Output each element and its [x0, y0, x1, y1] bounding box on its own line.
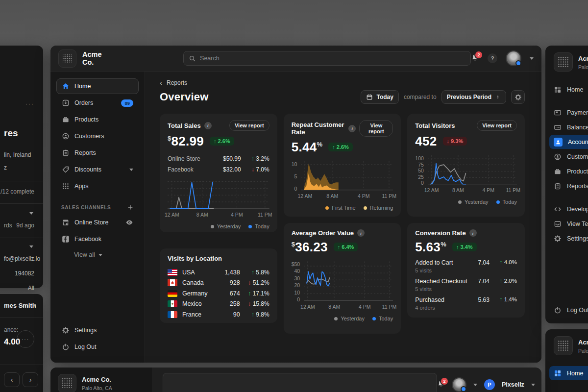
left-background-window: ··· res lin, Ireland z 1/12 complete rds…	[0, 46, 43, 288]
card-title: Visits by Location	[168, 255, 222, 262]
code-icon	[554, 205, 562, 213]
chevron-down-icon[interactable]	[29, 245, 33, 248]
info-icon[interactable]: i	[469, 229, 477, 237]
sales-channels-header: SALES CHANNELS	[61, 204, 134, 211]
chevron-down-icon	[98, 254, 102, 256]
search-input[interactable]: Search	[163, 373, 437, 392]
sidebar-item-home[interactable]: Home	[56, 78, 139, 94]
sidebar-item-reports[interactable]: Reports	[549, 179, 588, 193]
sidebar-item-home[interactable]: Home	[549, 82, 588, 97]
avatar[interactable]	[506, 50, 521, 66]
chevron-down-icon[interactable]	[29, 212, 33, 215]
overflow-menu[interactable]: ···	[25, 100, 34, 107]
sidebar-item-logout[interactable]: Log Out	[56, 339, 139, 355]
progress-label: 1/12 complete	[0, 188, 34, 195]
sidebar-item-balances[interactable]: Balances	[549, 120, 588, 134]
chevron-down-icon[interactable]	[473, 384, 477, 386]
info-icon[interactable]: i	[348, 125, 356, 132]
page-title: res	[4, 128, 18, 139]
notification-badge: 2	[440, 377, 449, 386]
trend-arrow-icon: ↑	[251, 155, 254, 162]
notifications-button[interactable]: 2	[437, 380, 445, 390]
delta-badge: ↓9.3%	[443, 137, 467, 146]
sidebar-item-settings[interactable]: Settings	[549, 231, 588, 245]
sidebar-item-payments[interactable]: Payments	[549, 105, 588, 120]
chevron-down-icon[interactable]	[32, 304, 36, 307]
sidebar-item-home[interactable]: Home	[549, 366, 588, 380]
company-name: Acme Co.	[578, 55, 588, 62]
question-icon: ?	[491, 55, 494, 61]
search-input[interactable]: Search	[183, 51, 471, 66]
divider	[0, 238, 43, 238]
sidebar-item-facebook[interactable]: Facebook	[56, 231, 139, 247]
sidebar-item-logout[interactable]: Log Out	[549, 303, 588, 317]
total-sales-card: Total Sales i View report $82.99 ↑2.6% O…	[160, 114, 277, 232]
chevron-down-icon[interactable]	[530, 57, 534, 60]
card-title: Average Order Value	[292, 229, 354, 237]
delta-badge: ↑3.4%	[452, 243, 477, 251]
funnel-row: Added to Cart5 visits 7.04 ↑ 4.0%	[415, 259, 517, 273]
page-title: Overview	[160, 91, 208, 103]
eye-icon[interactable]	[125, 219, 133, 226]
reports-icon	[62, 149, 70, 157]
company-name: Acme Co.	[82, 50, 114, 66]
person-icon	[554, 138, 563, 147]
trend-arrow-icon: ↑	[500, 259, 503, 265]
email-value: fo@pixsellz.io	[4, 255, 40, 262]
usa-flag-icon	[168, 269, 177, 276]
funnel-row: Reached Checkout5 visits 7.04 ↑ 2.0%	[415, 278, 517, 292]
breadcrumb[interactable]: ‹ Reports	[160, 79, 525, 86]
report-settings-button[interactable]	[511, 90, 525, 104]
sidebar-item-developers[interactable]: Developers	[549, 202, 588, 216]
view-all-link[interactable]: View all	[56, 248, 139, 262]
next-page-button[interactable]: ›	[23, 372, 38, 387]
view-report-button[interactable]: View report	[229, 120, 270, 131]
divider	[0, 203, 43, 204]
sidebar-item-discounts[interactable]: Discounts	[56, 162, 139, 177]
prev-page-button[interactable]: ‹	[4, 372, 20, 387]
sidebar-item-products[interactable]: Products	[549, 164, 588, 178]
help-button[interactable]: ?	[488, 53, 497, 63]
power-icon	[554, 306, 562, 314]
left-background-window-2: mes Smith ance: 4.00 ··· ‹ ›	[0, 294, 43, 392]
cash-icon	[554, 123, 562, 131]
mexico-flag-icon	[168, 300, 177, 307]
location-row: Mexico 258 ↓ 15.8%	[168, 299, 270, 310]
view-report-button[interactable]: View report	[477, 120, 517, 131]
sidebar-item-orders[interactable]: Orders 89	[56, 95, 139, 111]
sidebar-item-settings[interactable]: Settings	[56, 322, 139, 338]
card-title: Total Sales	[168, 122, 201, 129]
sidebar-item-accounts[interactable]: Accounts	[549, 135, 588, 149]
app-logo[interactable]	[58, 49, 76, 68]
info-icon[interactable]: i	[357, 229, 365, 237]
detail-value: 194082	[15, 270, 34, 277]
gear-icon	[62, 326, 70, 334]
sidebar-item-view-test[interactable]: View Test	[549, 217, 588, 231]
sidebar-item-apps[interactable]: Apps	[56, 178, 139, 194]
apps-grid-icon	[62, 182, 70, 190]
gear-icon	[514, 94, 522, 101]
notifications-button[interactable]: 2	[471, 53, 479, 64]
reports-icon	[554, 182, 562, 190]
info-icon[interactable]: i	[204, 122, 212, 129]
avatar[interactable]	[452, 377, 466, 392]
sidebar-item-reports[interactable]: Reports	[56, 145, 139, 161]
more-actions-button[interactable]: ···	[17, 330, 34, 348]
view-report-button[interactable]: View report	[359, 120, 393, 137]
metric-value: 452	[415, 135, 437, 147]
sidebar: Home Orders 89 Products Customers Report…	[50, 72, 145, 363]
sidebar-item-customers[interactable]: Customers	[549, 149, 588, 164]
sidebar-item-products[interactable]: Products	[56, 112, 139, 127]
storefront-icon	[62, 219, 70, 226]
average-order-value-card: Average Order Value i $36.23 ↑6.4% $5040…	[284, 223, 401, 334]
chart-legend: Yesterday Today	[415, 199, 517, 205]
right-background-window-2: Acme Co.Palo Alto, CA Home	[545, 329, 588, 392]
trend-arrow-icon: ↑	[500, 278, 503, 284]
date-range-button[interactable]: Today	[361, 90, 398, 104]
chevron-down-icon[interactable]	[531, 384, 535, 386]
sidebar-item-customers[interactable]: Customers	[56, 128, 139, 144]
gear-icon	[554, 235, 562, 243]
add-channel-button[interactable]	[127, 204, 134, 211]
period-select[interactable]: Previous Period	[441, 90, 506, 104]
sidebar-item-online-store[interactable]: Online Store	[56, 215, 139, 230]
